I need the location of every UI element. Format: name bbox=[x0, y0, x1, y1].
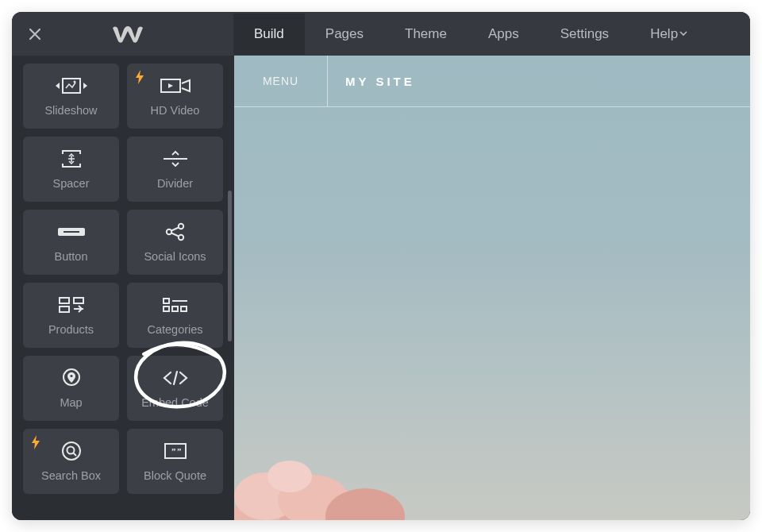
slideshow-icon bbox=[53, 75, 90, 96]
element-label: Map bbox=[60, 396, 82, 409]
element-label: Search Box bbox=[41, 469, 101, 482]
app-window: Build Pages Theme Apps Settings Help Sli… bbox=[12, 12, 750, 520]
background-cloud bbox=[234, 409, 441, 520]
element-social-icons[interactable]: Social Icons bbox=[127, 210, 223, 275]
svg-point-22 bbox=[67, 447, 74, 454]
svg-rect-11 bbox=[60, 298, 69, 303]
element-categories[interactable]: Categories bbox=[127, 283, 223, 348]
element-block-quote[interactable]: ”” Block Quote bbox=[127, 429, 223, 494]
search-icon bbox=[61, 441, 82, 461]
social-icon bbox=[164, 222, 187, 242]
block-quote-icon: ”” bbox=[164, 441, 187, 461]
main-nav: Build Pages Theme Apps Settings Help bbox=[233, 13, 708, 55]
close-icon bbox=[27, 26, 43, 42]
svg-line-9 bbox=[171, 228, 179, 231]
embed-code-icon bbox=[161, 368, 190, 388]
svg-point-8 bbox=[178, 235, 183, 240]
weebly-logo[interactable] bbox=[111, 24, 144, 44]
element-label: Block Quote bbox=[144, 469, 206, 482]
element-label: Button bbox=[55, 250, 88, 263]
button-icon bbox=[57, 222, 86, 242]
map-pin-icon bbox=[62, 368, 81, 388]
hd-video-icon bbox=[160, 75, 191, 96]
sidebar-scrollbar[interactable] bbox=[228, 56, 233, 520]
svg-line-23 bbox=[73, 453, 76, 457]
bolt-icon bbox=[31, 435, 40, 449]
element-search-box[interactable]: Search Box bbox=[23, 429, 119, 494]
svg-rect-13 bbox=[74, 298, 83, 303]
nav-tab-apps[interactable]: Apps bbox=[468, 13, 540, 55]
element-label: Categories bbox=[147, 323, 202, 336]
nav-tab-theme[interactable]: Theme bbox=[384, 13, 468, 55]
element-label: Spacer bbox=[53, 177, 90, 190]
element-label: Embed Code bbox=[141, 396, 209, 409]
element-slideshow[interactable]: Slideshow bbox=[23, 64, 119, 129]
svg-point-33 bbox=[267, 461, 312, 492]
element-divider[interactable]: Divider bbox=[127, 137, 223, 202]
products-icon bbox=[58, 295, 85, 315]
topbar: Build Pages Theme Apps Settings Help bbox=[12, 12, 750, 56]
element-label: Divider bbox=[157, 177, 193, 190]
element-label: Slideshow bbox=[44, 104, 97, 117]
bolt-icon bbox=[135, 70, 144, 84]
svg-text:”: ” bbox=[177, 446, 182, 456]
site-preview-canvas[interactable]: MENU MY SITE bbox=[234, 56, 750, 520]
chevron-down-icon bbox=[679, 30, 687, 37]
close-button[interactable] bbox=[26, 25, 44, 43]
element-button[interactable]: Button bbox=[23, 210, 119, 275]
svg-rect-12 bbox=[60, 306, 69, 312]
svg-rect-18 bbox=[181, 306, 187, 311]
elements-sidebar: Slideshow HD Video Spacer bbox=[12, 56, 234, 520]
svg-point-6 bbox=[166, 229, 171, 234]
svg-point-20 bbox=[70, 375, 72, 377]
svg-rect-17 bbox=[172, 306, 178, 311]
nav-tab-pages[interactable]: Pages bbox=[305, 13, 384, 55]
svg-rect-16 bbox=[164, 306, 169, 311]
element-label: HD Video bbox=[151, 104, 200, 117]
site-header: MENU MY SITE bbox=[234, 56, 750, 107]
nav-tab-settings[interactable]: Settings bbox=[540, 13, 629, 55]
scrollbar-thumb[interactable] bbox=[228, 191, 232, 341]
element-label: Social Icons bbox=[144, 250, 206, 263]
svg-point-1 bbox=[73, 81, 75, 83]
svg-point-7 bbox=[178, 224, 183, 229]
site-title[interactable]: MY SITE bbox=[328, 75, 415, 88]
elements-grid: Slideshow HD Video Spacer bbox=[23, 64, 223, 494]
nav-tab-help[interactable]: Help bbox=[629, 13, 708, 55]
nav-tab-build[interactable]: Build bbox=[233, 13, 305, 55]
weebly-logo-icon bbox=[111, 24, 144, 44]
element-embed-code[interactable]: Embed Code bbox=[127, 356, 223, 421]
svg-text:”: ” bbox=[171, 446, 176, 456]
spacer-icon bbox=[58, 148, 85, 169]
categories-icon bbox=[162, 295, 189, 315]
element-map[interactable]: Map bbox=[23, 356, 119, 421]
element-label: Products bbox=[48, 323, 94, 336]
main-area: Slideshow HD Video Spacer bbox=[12, 56, 750, 520]
svg-line-10 bbox=[171, 233, 179, 237]
element-hd-video[interactable]: HD Video bbox=[127, 64, 223, 129]
svg-point-21 bbox=[63, 442, 80, 460]
divider-icon bbox=[162, 148, 189, 169]
svg-rect-14 bbox=[164, 299, 169, 303]
element-spacer[interactable]: Spacer bbox=[23, 137, 119, 202]
menu-button[interactable]: MENU bbox=[234, 56, 328, 106]
element-products[interactable]: Products bbox=[23, 283, 119, 348]
